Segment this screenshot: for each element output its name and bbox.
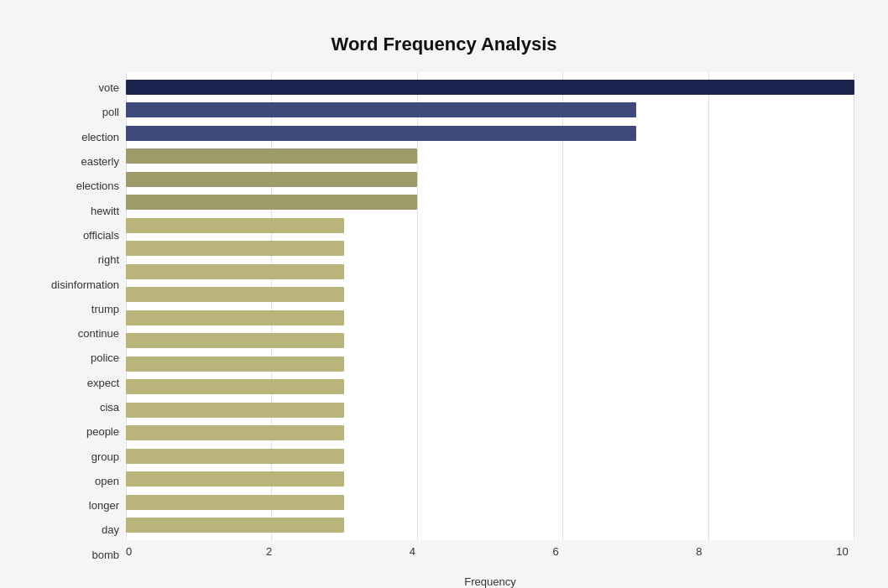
bar-row (126, 263, 854, 281)
bar-row (126, 239, 854, 258)
bar-row (126, 309, 854, 327)
bar (126, 356, 344, 372)
bar (126, 471, 344, 487)
bar-row (126, 147, 854, 165)
y-axis: votepollelectioneasterlyelectionshewitto… (34, 72, 126, 588)
bar-row (126, 170, 854, 189)
chart-area: votepollelectioneasterlyelectionshewitto… (34, 72, 854, 588)
bar (126, 172, 417, 187)
bar-row (126, 331, 854, 350)
bar (126, 80, 854, 95)
y-label: disinformation (34, 279, 119, 290)
bar (126, 264, 344, 279)
bar (126, 126, 636, 141)
chart-container: Word Frequency Analysis votepollelection… (17, 17, 871, 588)
bar (126, 195, 417, 210)
y-label: easterly (34, 156, 119, 167)
plot-area: 0246810 Frequency (126, 72, 854, 588)
y-label: officials (34, 230, 119, 241)
bar (126, 310, 344, 325)
bar-row (126, 285, 854, 304)
bar (126, 102, 636, 117)
y-label: open (34, 476, 119, 487)
y-label: bomb (34, 549, 119, 560)
y-label: police (34, 352, 119, 363)
bar-row (126, 78, 854, 96)
bar-row (126, 355, 854, 373)
bar (126, 449, 344, 464)
bar-row (126, 124, 854, 143)
chart-title: Word Frequency Analysis (34, 34, 854, 55)
x-tick: 2 (266, 545, 272, 558)
grid-and-bars (126, 72, 854, 540)
x-ticks: 0246810 (126, 545, 854, 558)
x-axis-label: Frequency (464, 575, 515, 588)
bar (126, 287, 344, 302)
y-label: hewitt (34, 206, 119, 216)
y-label: right (34, 254, 119, 265)
x-tick: 8 (696, 545, 702, 558)
y-label: expect (34, 377, 119, 388)
y-label: elections (34, 180, 119, 191)
bar (126, 518, 344, 533)
bar (126, 379, 344, 394)
x-tick: 4 (410, 545, 415, 558)
bar-row (126, 101, 854, 119)
bar-row (126, 470, 854, 488)
bar (126, 425, 344, 440)
bar-row (126, 377, 854, 396)
bar (126, 333, 344, 348)
bar (126, 148, 417, 164)
bar-row (126, 516, 854, 534)
y-label: cisa (34, 402, 119, 413)
y-label: trump (34, 304, 119, 315)
y-label: longer (34, 500, 119, 511)
bar-row (126, 447, 854, 466)
x-tick: 6 (552, 545, 558, 558)
y-label: vote (34, 82, 119, 93)
bar-row (126, 401, 854, 419)
bars-container (126, 72, 854, 540)
y-label: people (34, 426, 119, 437)
bar-row (126, 493, 854, 512)
x-tick: 10 (836, 545, 848, 558)
x-tick: 0 (126, 545, 132, 558)
bar (126, 218, 344, 233)
x-axis: 0246810 Frequency (126, 542, 854, 567)
y-label: poll (34, 107, 119, 117)
y-label: continue (34, 328, 119, 339)
bar (126, 403, 344, 418)
bar (126, 495, 344, 510)
bar (126, 241, 344, 256)
bar-row (126, 216, 854, 235)
y-label: day (34, 524, 119, 535)
y-label: group (34, 451, 119, 462)
bar-row (126, 193, 854, 211)
bar-row (126, 424, 854, 442)
y-label: election (34, 132, 119, 143)
